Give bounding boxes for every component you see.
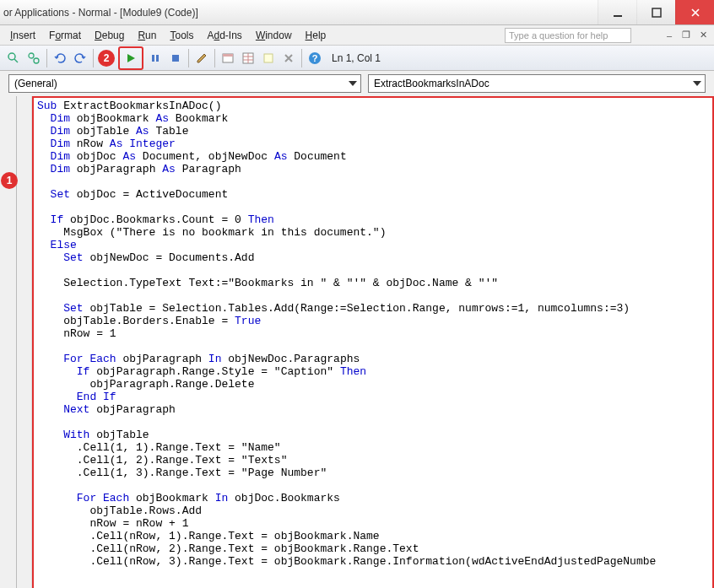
reset-button[interactable] — [166, 49, 185, 67]
svg-rect-7 — [172, 55, 179, 62]
menu-addins[interactable]: Add-Ins — [200, 28, 248, 43]
menu-help[interactable]: Help — [299, 28, 333, 43]
close-button[interactable] — [675, 0, 714, 24]
window-title: or Applications - Normal - [Module9 (Cod… — [3, 7, 198, 19]
find-icon[interactable] — [4, 49, 23, 67]
find-next-icon[interactable] — [24, 49, 43, 67]
menu-debug[interactable]: Debug — [88, 28, 131, 43]
undo-icon[interactable] — [51, 49, 69, 67]
svg-rect-5 — [152, 55, 154, 62]
minimize-button[interactable] — [598, 0, 636, 24]
cursor-position: Ln 1, Col 1 — [332, 52, 381, 64]
svg-rect-0 — [614, 15, 622, 17]
window-controls — [598, 0, 714, 24]
menu-run[interactable]: Run — [131, 28, 163, 43]
svg-point-3 — [29, 53, 34, 58]
procedure-dropdown[interactable]: ExtractBookmarksInADoc — [368, 74, 706, 93]
left-ruler — [0, 96, 17, 588]
help-icon[interactable]: ? — [306, 49, 324, 67]
callout-2: 2 — [98, 50, 115, 67]
break-button[interactable] — [146, 49, 165, 67]
run-button[interactable] — [122, 49, 140, 67]
svg-rect-1 — [652, 8, 661, 17]
help-search-input[interactable]: Type a question for help — [505, 28, 631, 43]
svg-rect-11 — [264, 54, 273, 62]
svg-rect-9 — [223, 54, 233, 57]
object-dropdown[interactable]: (General) — [8, 74, 361, 93]
menu-window[interactable]: Window — [249, 28, 299, 43]
mdi-restore[interactable]: ❐ — [680, 30, 692, 41]
maximize-button[interactable] — [636, 0, 675, 24]
menu-tools[interactable]: Tools — [163, 28, 200, 43]
toolbox-icon[interactable] — [279, 49, 298, 67]
mdi-controls: – ❐ ✕ — [663, 30, 709, 41]
svg-rect-6 — [156, 55, 159, 62]
run-button-highlight — [118, 46, 143, 70]
redo-icon[interactable] — [71, 49, 89, 67]
code-pane-header: (General) ExtractBookmarksInADoc — [0, 71, 714, 96]
menu-format[interactable]: Format — [42, 28, 88, 43]
margin-indicator-bar[interactable] — [17, 96, 32, 588]
svg-text:?: ? — [312, 53, 318, 63]
procedure-dropdown-value: ExtractBookmarksInADoc — [374, 78, 490, 89]
title-bar: or Applications - Normal - [Module9 (Cod… — [0, 0, 714, 25]
toolbar: 2 ? Ln 1, Col 1 — [0, 46, 714, 71]
svg-point-4 — [34, 58, 39, 63]
design-mode-icon[interactable] — [192, 49, 211, 67]
menu-insert[interactable]: Insert — [3, 28, 42, 43]
properties-icon[interactable] — [239, 49, 257, 67]
project-explorer-icon[interactable] — [219, 49, 237, 67]
mdi-close[interactable]: ✕ — [697, 30, 709, 41]
chevron-down-icon — [693, 81, 701, 86]
svg-point-2 — [8, 53, 15, 60]
menu-bar: Insert Format Debug Run Tools Add-Ins Wi… — [0, 25, 714, 46]
chevron-down-icon — [349, 81, 357, 86]
mdi-minimize[interactable]: – — [663, 30, 675, 41]
callout-1: 1 — [1, 172, 18, 189]
object-browser-icon[interactable] — [259, 49, 278, 67]
code-editor[interactable]: Sub ExtractBookmarksInADoc() Dim objBook… — [32, 96, 714, 588]
code-area: 1 Sub ExtractBookmarksInADoc() Dim objBo… — [0, 96, 714, 588]
code-text[interactable]: Sub ExtractBookmarksInADoc() Dim objBook… — [32, 96, 714, 571]
object-dropdown-value: (General) — [14, 78, 57, 89]
